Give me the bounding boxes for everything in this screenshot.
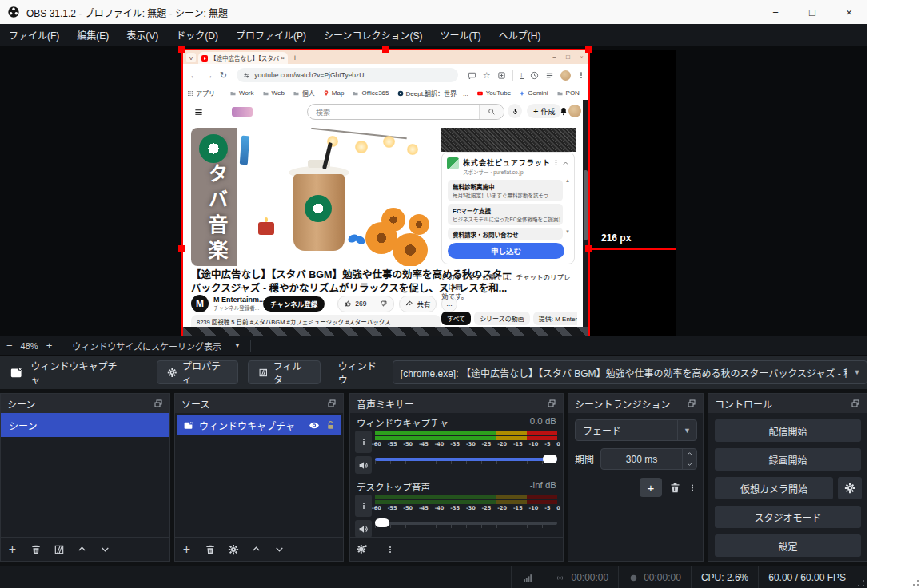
youtube-page: 検索 +作成 bbox=[183, 100, 588, 336]
zoom-in-button[interactable]: + bbox=[40, 340, 59, 352]
zoom-out-button[interactable]: − bbox=[0, 340, 19, 352]
filters-button[interactable]: フィルタ bbox=[248, 360, 321, 384]
menu-scene-collection[interactable]: シーンコレクション(S) bbox=[315, 24, 431, 46]
scene-list-item[interactable]: シーン bbox=[1, 413, 169, 437]
channel-avatar: M bbox=[191, 295, 209, 312]
virtual-camera-settings-button[interactable] bbox=[838, 477, 862, 499]
window-capture-source[interactable]: v 【途中広告なし】【スタバ BGM】勉… × + − □ × ← → ↻ bbox=[183, 50, 588, 336]
transition-dropdown-icon[interactable]: ▼ bbox=[677, 420, 696, 440]
mixer-ch1-meter-r bbox=[375, 436, 557, 440]
start-streaming-button[interactable]: 配信開始 bbox=[715, 419, 861, 442]
mixer-ch1-mute-button[interactable] bbox=[355, 456, 372, 474]
source-down-button[interactable] bbox=[268, 544, 291, 554]
maximize-button[interactable]: □ bbox=[794, 0, 831, 24]
visibility-eye-icon[interactable] bbox=[308, 420, 321, 431]
popout-icon[interactable] bbox=[154, 399, 163, 408]
close-button[interactable]: × bbox=[831, 0, 867, 24]
transitions-dock: シーントランジション フェード ▼ 期間 300 ms + bbox=[568, 393, 704, 562]
menu-profile[interactable]: プロファイル(P) bbox=[227, 24, 315, 46]
chrome-profile-avatar bbox=[560, 70, 571, 81]
gear-icon bbox=[844, 483, 855, 494]
chip-from-channel: 提供: M Enter bbox=[533, 312, 577, 325]
source-up-button[interactable] bbox=[245, 544, 268, 554]
chip-series: シリーズの動画 bbox=[474, 312, 530, 325]
selection-left-edge[interactable] bbox=[181, 50, 183, 336]
popout-icon[interactable] bbox=[687, 399, 696, 408]
advanced-audio-button[interactable] bbox=[350, 544, 373, 555]
bookmark-label: アプリ bbox=[196, 89, 215, 97]
menu-edit[interactable]: 編集(E) bbox=[68, 24, 118, 46]
selection-right-edge[interactable] bbox=[588, 50, 590, 336]
transition-select[interactable]: フェード ▼ bbox=[575, 419, 697, 441]
scene-up-button[interactable] bbox=[70, 544, 94, 554]
source-properties-button[interactable] bbox=[221, 544, 245, 555]
status-bar: 00:00:00 00:00:00 CPU: 2.6% 60.00 / 60.0… bbox=[0, 566, 867, 588]
source-list-item[interactable]: ウィンドウキャプチャ bbox=[177, 415, 341, 435]
controls-dock: コントロール 配信開始 録画開始 仮想カメラ開始 スタジオモード 設定 bbox=[708, 393, 867, 562]
menu-tools[interactable]: ツール(T) bbox=[431, 24, 489, 46]
remove-transition-button[interactable] bbox=[669, 482, 681, 494]
sponsor-row: 株式会社ピュアフラット スポンサー · pureflat.co.jp bbox=[442, 153, 574, 177]
video-player: スタバ音楽 bbox=[191, 128, 431, 266]
handle-top-right[interactable] bbox=[585, 46, 592, 53]
handle-top-center[interactable] bbox=[382, 46, 389, 53]
controls-header: コントロール bbox=[708, 394, 867, 413]
combo-dropdown-icon[interactable]: ▼ bbox=[847, 361, 867, 383]
menu-file[interactable]: ファイル(F) bbox=[0, 24, 68, 46]
handle-middle-left[interactable] bbox=[178, 245, 185, 252]
duration-down-button[interactable] bbox=[683, 459, 696, 470]
handle-top-left[interactable] bbox=[178, 46, 185, 53]
ad-banner bbox=[441, 128, 576, 152]
transition-menu-button[interactable] bbox=[688, 482, 696, 494]
popout-icon[interactable] bbox=[327, 399, 337, 408]
scaling-dropdown-icon[interactable]: ▼ bbox=[228, 342, 247, 349]
ad-collapse-icon bbox=[562, 160, 569, 167]
mixer-ch2-slider-handle[interactable] bbox=[375, 518, 389, 527]
menu-dock[interactable]: ドック(D) bbox=[167, 24, 227, 46]
stream-timer: 00:00:00 bbox=[544, 566, 618, 588]
filter-icon bbox=[258, 368, 269, 378]
window-select-combo[interactable]: [chrome.exe]: 【途中広告なし】【スタバ BGM】勉強や仕事の効率を… bbox=[393, 360, 867, 384]
scene-down-button[interactable] bbox=[94, 544, 117, 554]
menu-view[interactable]: 表示(V) bbox=[118, 24, 167, 46]
start-virtual-camera-button[interactable]: 仮想カメラ開始 bbox=[715, 477, 833, 499]
mixer-menu-button[interactable] bbox=[378, 544, 401, 555]
window-capture-icon bbox=[9, 366, 23, 379]
popout-icon[interactable] bbox=[547, 399, 556, 408]
bookmark-office365: Office365 bbox=[352, 89, 389, 97]
add-scene-button[interactable]: + bbox=[1, 542, 24, 557]
resize-grip[interactable] bbox=[857, 579, 865, 587]
start-recording-button[interactable]: 録画開始 bbox=[715, 448, 861, 471]
zoom-level: 48% bbox=[19, 341, 40, 351]
fps-indicator: 60.00 / 60.00 FPS bbox=[758, 566, 855, 588]
candle bbox=[258, 222, 274, 235]
duration-spinbox[interactable]: 300 ms bbox=[600, 448, 697, 470]
mixer-ch2-menu-button[interactable] bbox=[355, 495, 372, 517]
scenes-title: シーン bbox=[7, 397, 35, 411]
unlock-icon[interactable] bbox=[325, 420, 336, 431]
remove-source-button[interactable] bbox=[198, 544, 221, 555]
handle-middle-right[interactable] bbox=[585, 245, 592, 252]
mixer-ch1-volume-slider[interactable] bbox=[375, 458, 557, 461]
chrome-close-icon: × bbox=[575, 54, 588, 61]
scaling-mode-label[interactable]: ウィンドウサイズにスケーリング表示 bbox=[66, 340, 228, 352]
mixer-ch1-slider-handle[interactable] bbox=[543, 455, 557, 463]
remove-scene-button[interactable] bbox=[24, 544, 47, 555]
minimize-button[interactable]: − bbox=[757, 0, 794, 24]
mixer-title: 音声ミキサー bbox=[357, 397, 414, 411]
studio-mode-button[interactable]: スタジオモード bbox=[715, 506, 861, 528]
settings-button[interactable]: 設定 bbox=[715, 534, 861, 557]
mixer-ch2-mute-button[interactable] bbox=[355, 520, 372, 538]
mixer-ch2-meter-l bbox=[375, 495, 557, 499]
duration-up-button[interactable] bbox=[683, 449, 696, 459]
preview-area[interactable]: v 【途中広告なし】【スタバ BGM】勉… × + − □ × ← → ↻ bbox=[0, 46, 867, 336]
filter-icon bbox=[54, 544, 65, 555]
menu-help[interactable]: ヘルプ(H) bbox=[490, 24, 550, 46]
mixer-ch1-menu-button[interactable] bbox=[355, 431, 372, 453]
properties-button[interactable]: プロパティ bbox=[157, 360, 238, 384]
add-transition-button[interactable]: + bbox=[640, 478, 662, 497]
mixer-ch2-volume-slider[interactable] bbox=[375, 522, 557, 525]
scene-filters-button[interactable] bbox=[47, 544, 70, 555]
popout-icon[interactable] bbox=[851, 399, 860, 408]
add-source-button[interactable]: + bbox=[175, 542, 198, 557]
